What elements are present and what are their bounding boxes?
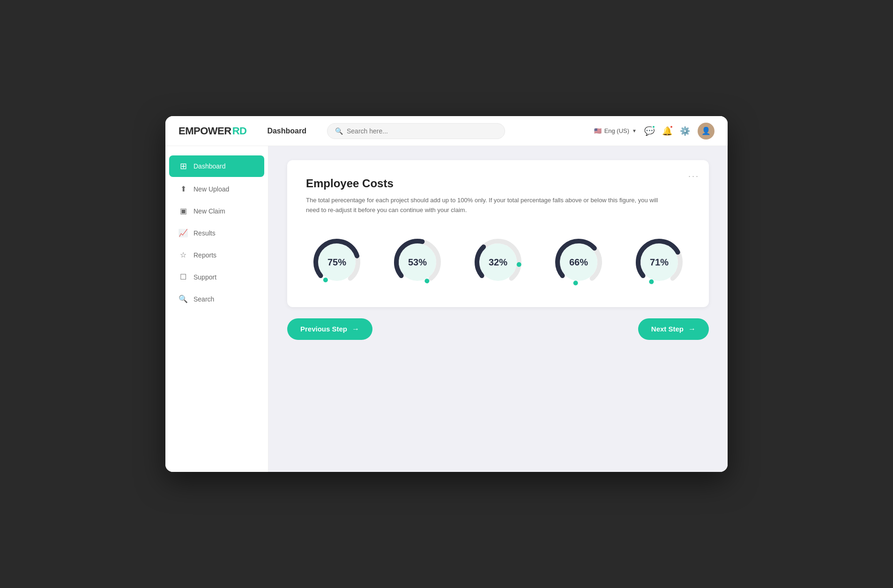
sidebar: ⊞ Dashboard ⬆ New Upload ▣ New Claim 📈 R… [165, 146, 268, 472]
sidebar-item-dashboard[interactable]: ⊞ Dashboard [169, 155, 264, 177]
gauges-row: 75% 53% [306, 234, 690, 290]
gauge-dot-5 [648, 278, 655, 285]
search-wrapper: 🔍 [327, 123, 505, 139]
gauge-item-1: 75% [309, 234, 365, 290]
claim-icon: ▣ [179, 206, 188, 215]
avatar-image: 👤 [701, 126, 711, 135]
gauge-value-2: 53% [408, 257, 427, 267]
header: EMPOWER RD Dashboard 🔍 🇺🇸 Eng (US) ▼ 💬 🔔 [165, 116, 728, 146]
gear-icon: ⚙️ [680, 126, 690, 136]
sidebar-label-new-upload: New Upload [193, 185, 229, 193]
card-description: The total perecentage for each project s… [306, 196, 671, 215]
notifications-button[interactable]: 🔔 [662, 126, 672, 136]
avatar[interactable]: 👤 [698, 123, 714, 140]
gauge-item-3: 32% [470, 234, 526, 290]
sidebar-item-search[interactable]: 🔍 Search [169, 289, 264, 309]
gauge-center-5: 71% [650, 257, 669, 267]
logo-rd: RD [232, 125, 247, 137]
next-step-label: Next Step [651, 325, 684, 333]
flag-icon: 🇺🇸 [594, 127, 602, 134]
sidebar-item-new-upload[interactable]: ⬆ New Upload [169, 179, 264, 199]
sidebar-label-new-claim: New Claim [193, 207, 225, 215]
dashboard-icon: ⊞ [179, 161, 188, 171]
gauge-center-2: 53% [408, 257, 427, 267]
employee-costs-card: ... Employee Costs The total perecentage… [287, 160, 709, 307]
gauge-item-5: 71% [631, 234, 687, 290]
gauge-container-5: 71% [631, 234, 687, 290]
previous-step-button[interactable]: Previous Step → [287, 318, 372, 340]
search-nav-icon: 🔍 [179, 294, 188, 303]
sidebar-label-dashboard: Dashboard [193, 162, 226, 170]
logo-empower: EMPOWER [179, 125, 231, 137]
chat-button[interactable]: 💬 [644, 126, 655, 136]
gauge-center-3: 32% [489, 257, 507, 267]
sidebar-item-reports[interactable]: ☆ Reports [169, 245, 264, 265]
gauge-container-2: 53% [389, 234, 446, 290]
gauge-item-4: 66% [551, 234, 607, 290]
search-container: 🔍 [327, 123, 505, 139]
notification-badge [670, 125, 673, 129]
gauge-center-4: 66% [569, 257, 588, 267]
logo: EMPOWER RD [179, 125, 246, 137]
gauge-container-4: 66% [551, 234, 607, 290]
support-icon: ☐ [179, 272, 188, 281]
header-actions: 🇺🇸 Eng (US) ▼ 💬 🔔 ⚙️ 👤 [594, 123, 714, 140]
gauge-value-1: 75% [327, 257, 346, 267]
gauge-value-5: 71% [650, 257, 669, 267]
gauge-dot-4 [573, 279, 579, 286]
upload-icon: ⬆ [179, 184, 188, 193]
search-input[interactable] [347, 127, 497, 135]
main-content: ... Employee Costs The total perecentage… [268, 146, 728, 472]
app-window: EMPOWER RD Dashboard 🔍 🇺🇸 Eng (US) ▼ 💬 🔔 [165, 116, 728, 472]
gauge-center-1: 75% [327, 257, 346, 267]
body-layout: ⊞ Dashboard ⬆ New Upload ▣ New Claim 📈 R… [165, 146, 728, 472]
gauge-container-3: 32% [470, 234, 526, 290]
reports-icon: ☆ [179, 250, 188, 259]
sidebar-item-support[interactable]: ☐ Support [169, 267, 264, 287]
next-step-arrow: → [688, 325, 696, 333]
gauge-dot-1 [322, 277, 329, 283]
card-title: Employee Costs [306, 177, 690, 190]
previous-step-label: Previous Step [300, 325, 347, 333]
chevron-down-icon: ▼ [632, 128, 637, 133]
page-title: Dashboard [267, 127, 306, 135]
sidebar-label-support: Support [193, 273, 216, 281]
chat-badge [652, 125, 655, 129]
sidebar-item-new-claim[interactable]: ▣ New Claim [169, 201, 264, 221]
previous-step-arrow: → [352, 325, 359, 333]
settings-button[interactable]: ⚙️ [680, 126, 690, 136]
sidebar-label-results: Results [193, 229, 216, 237]
language-label: Eng (US) [604, 127, 629, 134]
gauge-value-4: 66% [569, 257, 588, 267]
gauge-item-2: 53% [389, 234, 446, 290]
results-icon: 📈 [179, 228, 188, 237]
action-row: Previous Step → Next Step → [287, 318, 709, 340]
sidebar-label-reports: Reports [193, 251, 216, 259]
next-step-button[interactable]: Next Step → [638, 318, 709, 340]
gauge-container-1: 75% [309, 234, 365, 290]
search-icon: 🔍 [335, 127, 343, 135]
gauge-value-3: 32% [489, 257, 507, 267]
language-selector[interactable]: 🇺🇸 Eng (US) ▼ [594, 127, 637, 134]
sidebar-item-results[interactable]: 📈 Results [169, 223, 264, 243]
sidebar-label-search: Search [193, 295, 214, 303]
card-menu-button[interactable]: ... [688, 169, 700, 179]
